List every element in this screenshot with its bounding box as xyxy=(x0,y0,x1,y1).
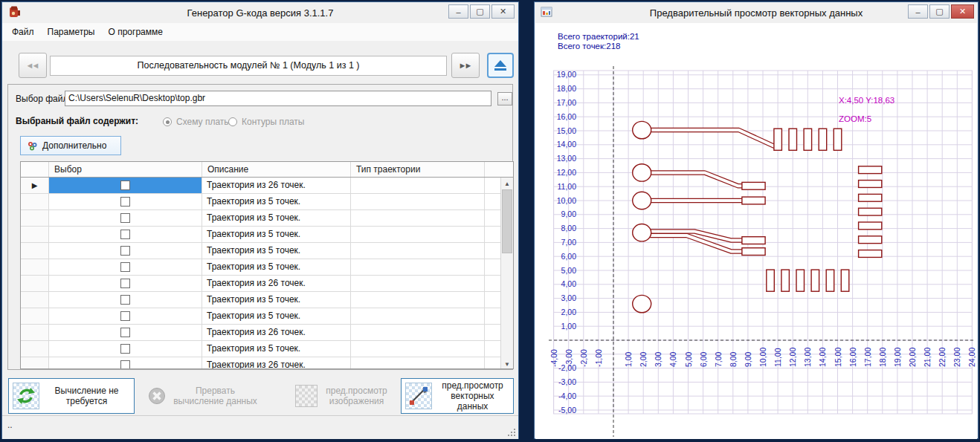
row-checkbox[interactable] xyxy=(120,230,130,239)
table-row[interactable]: Траектория из 26 точек. xyxy=(21,276,502,292)
row-checkbox[interactable] xyxy=(120,246,130,256)
radio-label: Контуры платы xyxy=(242,117,304,127)
select-cell[interactable] xyxy=(49,357,202,369)
plot-area[interactable]: -4,00-3,00-2,00-1,001,002,003,004,005,00… xyxy=(535,23,977,439)
table-row[interactable]: Траектория из 5 точек. xyxy=(21,292,502,308)
maximize-button[interactable]: ▢ xyxy=(929,4,950,19)
minimize-button[interactable]: – xyxy=(448,4,468,19)
table-row[interactable]: Траектория из 5 точек. xyxy=(21,341,502,357)
column-header-type[interactable]: Тип траектории xyxy=(351,162,485,177)
select-cell[interactable] xyxy=(49,341,202,357)
prev-module-button[interactable]: ◄◄ xyxy=(19,53,47,78)
row-selector-cell[interactable]: ▶ xyxy=(21,178,49,194)
file-contains-label: Выбраный файл содержит: xyxy=(16,116,138,126)
select-cell[interactable] xyxy=(49,325,202,341)
svg-text:2,00: 2,00 xyxy=(639,351,648,367)
status-text: .. xyxy=(7,420,13,430)
svg-text:6,00: 6,00 xyxy=(699,351,708,367)
preview-vector-button[interactable]: пред.просмотр векторных данных xyxy=(401,378,514,414)
row-checkbox[interactable] xyxy=(120,213,130,223)
select-cell[interactable] xyxy=(49,210,202,227)
row-selector-cell[interactable] xyxy=(21,292,49,308)
row-selector-cell[interactable] xyxy=(21,194,49,210)
row-checkbox[interactable] xyxy=(120,262,130,272)
row-checkbox[interactable] xyxy=(120,279,130,288)
row-selector-cell[interactable] xyxy=(21,325,49,341)
row-checkbox[interactable] xyxy=(120,328,130,337)
row-type-cell xyxy=(351,259,485,276)
table-scrollbar[interactable]: ▲ ▼ xyxy=(500,178,513,369)
svg-text:7,00: 7,00 xyxy=(561,238,577,247)
select-cell[interactable] xyxy=(49,292,202,308)
row-selector-cell[interactable] xyxy=(21,308,49,325)
eject-button[interactable] xyxy=(487,53,514,78)
close-button[interactable]: ✕ xyxy=(491,4,515,19)
svg-text:1,00: 1,00 xyxy=(561,322,577,331)
radio-board-schema[interactable]: Схему платы xyxy=(163,117,231,127)
calc-not-required-button[interactable]: Вычисление не требуется xyxy=(8,378,135,414)
menu-parameters[interactable]: Параметры xyxy=(41,25,102,39)
menu-file[interactable]: Файл xyxy=(5,25,41,39)
scroll-up-icon[interactable]: ▲ xyxy=(501,178,513,189)
row-checkbox[interactable] xyxy=(120,295,130,305)
scroll-thumb[interactable] xyxy=(502,189,512,253)
select-cell[interactable] xyxy=(49,259,202,276)
resize-grip[interactable] xyxy=(507,428,517,438)
close-button[interactable]: ✕ xyxy=(951,4,974,19)
select-cell[interactable] xyxy=(49,308,202,325)
column-header-select[interactable]: Выбор xyxy=(49,162,202,177)
browse-button[interactable]: ... xyxy=(497,92,512,105)
table-row[interactable]: Траектория из 5 точек. xyxy=(21,194,502,210)
select-cell[interactable] xyxy=(49,243,202,259)
radio-board-outline[interactable]: Контуры платы xyxy=(228,117,304,127)
table-row[interactable]: Траектория из 5 точек. xyxy=(21,210,502,227)
table-row[interactable]: Траектория из 5 точек. xyxy=(21,227,502,243)
column-header-selector[interactable] xyxy=(21,162,49,177)
select-cell[interactable] xyxy=(49,194,202,210)
svg-text:15,00: 15,00 xyxy=(557,126,576,135)
scroll-down-icon[interactable]: ▼ xyxy=(501,358,513,369)
row-selector-cell[interactable] xyxy=(21,210,49,227)
table-row[interactable]: Траектория из 26 точек. xyxy=(21,325,502,341)
svg-text:10,00: 10,00 xyxy=(557,196,576,205)
total-points: Всего точек:218 xyxy=(558,42,639,51)
select-cell[interactable] xyxy=(49,178,202,194)
maximize-button[interactable]: ▢ xyxy=(470,4,490,19)
svg-text:-5,00: -5,00 xyxy=(558,406,576,415)
vector-plot[interactable]: -4,00-3,00-2,00-1,001,002,003,004,005,00… xyxy=(535,23,977,439)
row-selector-cell[interactable] xyxy=(21,357,49,369)
row-selector-cell[interactable] xyxy=(21,259,49,276)
row-selector-cell[interactable] xyxy=(21,276,49,292)
additional-button[interactable]: Дополнительно xyxy=(20,136,121,155)
select-cell[interactable] xyxy=(49,276,202,292)
table-row[interactable]: ▶Траектория из 26 точек. xyxy=(21,178,502,194)
titlebar[interactable]: Предварительный просмотр векторных данны… xyxy=(535,2,978,23)
select-cell[interactable] xyxy=(49,227,202,243)
svg-text:12,00: 12,00 xyxy=(557,168,576,177)
titlebar[interactable]: Генератор G-кода версия 3.1.1.7 – ▢ ✕ xyxy=(2,2,518,23)
status-bar: .. xyxy=(2,415,518,439)
radio-label: Схему платы xyxy=(176,117,231,127)
row-selector-cell[interactable] xyxy=(21,341,49,357)
table-row[interactable]: Траектория из 5 точек. xyxy=(21,243,502,259)
next-module-button[interactable]: ►► xyxy=(451,53,480,78)
svg-text:-4,00: -4,00 xyxy=(558,391,576,400)
row-checkbox[interactable] xyxy=(120,360,130,369)
menu-about[interactable]: О программе xyxy=(101,25,169,39)
row-checkbox[interactable] xyxy=(120,197,130,207)
row-checkbox[interactable] xyxy=(120,344,130,354)
column-header-description[interactable]: Описание xyxy=(202,162,351,177)
row-checkbox[interactable] xyxy=(120,311,130,321)
table-row[interactable]: Траектория из 5 точек. xyxy=(21,308,502,325)
svg-text:15,00: 15,00 xyxy=(834,348,842,367)
row-selector-cell[interactable] xyxy=(21,227,49,243)
row-selector-cell[interactable] xyxy=(21,243,49,259)
table-row[interactable]: Траектория из 26 точек. xyxy=(21,357,502,369)
row-checkbox[interactable] xyxy=(120,181,130,190)
svg-text:7,00: 7,00 xyxy=(714,351,723,367)
additional-label: Дополнительно xyxy=(42,140,106,151)
table-row[interactable]: Траектория из 5 точек. xyxy=(21,259,502,276)
row-type-cell xyxy=(351,357,485,369)
file-path-input[interactable]: C:\Users\SelenuR\Desktop\top.gbr xyxy=(65,91,491,106)
minimize-button[interactable]: – xyxy=(908,4,928,19)
